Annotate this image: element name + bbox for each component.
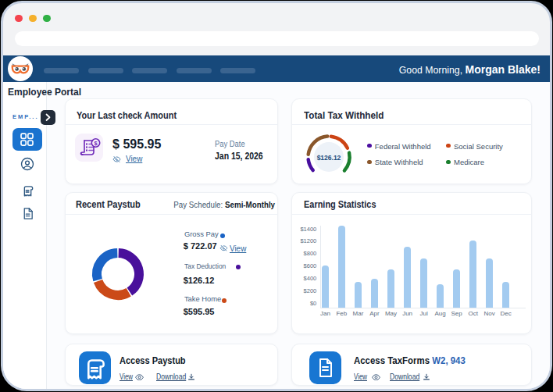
svg-text:$126.12: $126.12: [317, 154, 341, 162]
